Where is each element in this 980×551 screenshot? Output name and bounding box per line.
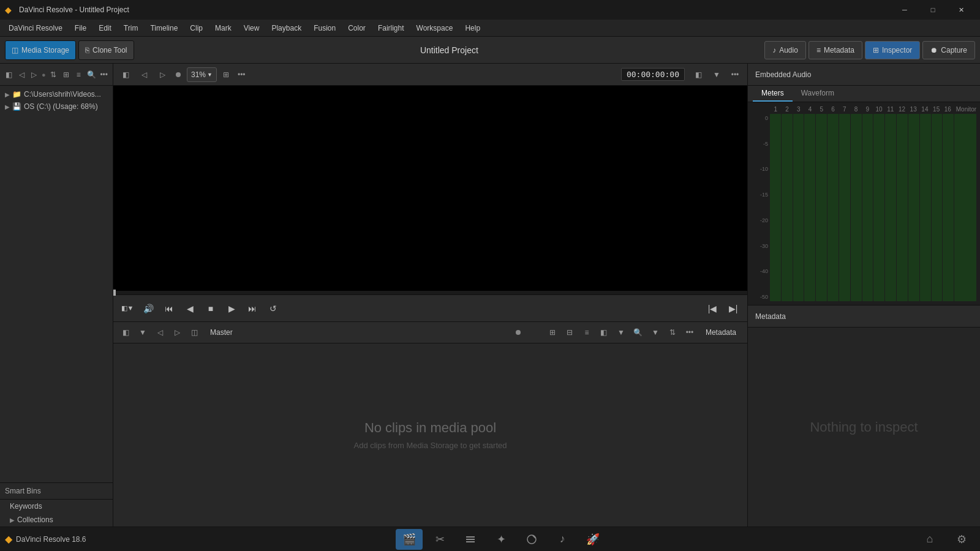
menu-timeline[interactable]: Timeline [144, 21, 184, 35]
pool-search-btn[interactable]: 🔍 [631, 325, 646, 340]
meter-bar-5 [816, 114, 827, 301]
menu-help[interactable]: Help [459, 21, 486, 35]
pool-icon[interactable]: ◫ [187, 325, 202, 340]
pool-list-view-btn[interactable]: ≡ [579, 325, 594, 340]
menu-fairlight[interactable]: Fairlight [372, 21, 410, 35]
master-tab[interactable]: Master [204, 326, 239, 339]
meter-bar-monitor [954, 114, 976, 301]
media-storage-button[interactable]: ◫ Media Storage [5, 40, 76, 60]
media-pool: ◧ ▼ ◁ ▷ ◫ Master ⊞ ⊟ ≡ ◧ ▼ 🔍 ▼ ⇅ ••• Met… [113, 321, 747, 527]
skip-start-btn[interactable]: ⏮ [160, 300, 178, 317]
menu-view[interactable]: View [238, 21, 266, 35]
pool-fwd-btn[interactable]: ▷ [170, 325, 184, 340]
close-button[interactable]: ✕ [947, 0, 975, 20]
prev-btn[interactable]: ◁ [137, 67, 151, 82]
volume-btn[interactable]: 🔊 [139, 300, 157, 317]
skip-end-btn[interactable]: ⏭ [243, 300, 262, 317]
sort-icon[interactable]: ⇅ [48, 67, 59, 82]
tab-meters[interactable]: Meters [753, 86, 793, 102]
metadata-tab[interactable]: Metadata [699, 326, 742, 339]
settings-btn[interactable]: ⚙ [948, 529, 975, 550]
pool-more-btn[interactable]: ••• [682, 325, 697, 340]
davinci-taskbar: ◆ DaVinci Resolve 18.6 🎬 ✂ ✦ ♪ 🚀 ⌂ ⚙ [0, 527, 980, 551]
page-cut[interactable]: ✂ [426, 529, 453, 550]
tab-waveform[interactable]: Waveform [793, 86, 843, 102]
taskbar-center: 🎬 ✂ ✦ ♪ 🚀 [91, 529, 911, 550]
app-title: DaVinci Resolve - Untitled Project [19, 6, 129, 14]
maximize-button[interactable]: □ [919, 0, 947, 20]
zoom-level: 31% [191, 70, 206, 79]
pool-expand-btn[interactable]: ▼ [135, 325, 150, 340]
menu-file[interactable]: File [69, 21, 92, 35]
next-clip-btn[interactable]: ▶| [724, 300, 742, 317]
left-panel: ◧ ◁ ▷ ● ⇅ ⊞ ≡ 🔍 ••• ▶ 📁 C:\Users\shrih\V… [0, 64, 113, 527]
menu-edit[interactable]: Edit [92, 21, 118, 35]
search-icon[interactable]: 🔍 [86, 67, 97, 82]
loop-btn[interactable]: ↺ [264, 300, 282, 317]
clone-tool-button[interactable]: ⎘ Clone Tool [78, 40, 134, 60]
menu-workspace[interactable]: Workspace [410, 21, 459, 35]
zoom-fit-btn[interactable]: ⊞ [221, 67, 232, 82]
zoom-control[interactable]: 31% ▼ [187, 67, 217, 82]
grid-icon[interactable]: ⊞ [61, 67, 71, 82]
tree-item-videos[interactable]: ▶ 📁 C:\Users\shrih\Videos... [0, 88, 113, 100]
audio-button[interactable]: ♪ Audio [764, 41, 806, 59]
inspector-button[interactable]: ⊞ Inspector [865, 41, 920, 59]
capture-label: Capture [941, 46, 967, 54]
timecode-mode-btn[interactable]: ◧ [691, 67, 706, 82]
panel-toggle-icon[interactable]: ◧ [4, 67, 14, 82]
previous-clip-btn[interactable]: |◀ [703, 300, 722, 317]
tree-arrow2: ▶ [5, 103, 10, 110]
page-color[interactable] [518, 529, 545, 550]
window-controls: ─ □ ✕ [891, 0, 975, 20]
meter-bar-4 [804, 114, 815, 301]
timecode-arrow[interactable]: ▼ [709, 67, 724, 82]
chan-15: 15 [930, 106, 942, 113]
pool-clip-view-btn[interactable]: ◧ [597, 325, 611, 340]
svg-rect-2 [466, 541, 475, 542]
menu-davinci-resolve[interactable]: DaVinci Resolve [2, 21, 69, 35]
page-media[interactable]: 🎬 [396, 529, 423, 550]
pool-view-arrow[interactable]: ▼ [614, 325, 628, 340]
preview-options-btn[interactable]: ••• [235, 67, 248, 82]
db-labels: 0 -5 -10 -15 -20 -30 -40 -50 [752, 114, 770, 301]
scrub-bar[interactable] [113, 291, 747, 294]
stop-btn[interactable]: ■ [202, 300, 220, 317]
list-icon[interactable]: ≡ [74, 67, 84, 82]
metadata-button[interactable]: ≡ Metadata [809, 41, 862, 59]
minimize-button[interactable]: ─ [891, 0, 919, 20]
pool-icon-view-btn[interactable]: ⊟ [562, 325, 577, 340]
capture-button[interactable]: ⏺ Capture [922, 41, 975, 59]
menu-mark[interactable]: Mark [209, 21, 238, 35]
page-fusion[interactable]: ✦ [488, 529, 514, 550]
panel-toggle-btn[interactable]: ◧ [118, 67, 133, 82]
keywords-item[interactable]: Keywords [0, 500, 113, 513]
page-deliver[interactable]: 🚀 [579, 529, 606, 550]
pool-toggle-btn[interactable]: ◧ [118, 325, 133, 340]
tree-item-os[interactable]: ▶ 💾 OS (C:\) (Usage: 68%) [0, 100, 113, 113]
home-btn[interactable]: ⌂ [916, 529, 943, 550]
audio-tabs: Meters Waveform [748, 86, 980, 102]
back-icon[interactable]: ◁ [17, 67, 27, 82]
pool-back-btn[interactable]: ◁ [153, 325, 167, 340]
meter-bar-14 [920, 114, 931, 301]
menu-trim[interactable]: Trim [118, 21, 145, 35]
next-btn[interactable]: ▷ [155, 67, 170, 82]
play-btn[interactable]: ▶ [222, 300, 241, 317]
pool-sort-btn[interactable]: ⇅ [665, 325, 680, 340]
reverse-btn[interactable]: ◀ [181, 300, 199, 317]
page-edit[interactable] [457, 529, 484, 550]
output-selector-btn[interactable]: ◧▼ [118, 300, 137, 317]
forward-icon[interactable]: ▷ [29, 67, 39, 82]
menu-playback[interactable]: Playback [265, 21, 307, 35]
collections-item[interactable]: ▶ Collections [0, 513, 113, 527]
menu-fusion[interactable]: Fusion [307, 21, 342, 35]
preview-more-btn[interactable]: ••• [728, 67, 742, 82]
scrub-handle[interactable] [113, 290, 116, 296]
page-fairlight[interactable]: ♪ [549, 529, 576, 550]
menu-clip[interactable]: Clip [184, 21, 209, 35]
more-icon[interactable]: ••• [99, 67, 109, 82]
pool-grid-view-btn[interactable]: ⊞ [545, 325, 560, 340]
menu-color[interactable]: Color [342, 21, 372, 35]
pool-search-arrow[interactable]: ▼ [648, 325, 663, 340]
